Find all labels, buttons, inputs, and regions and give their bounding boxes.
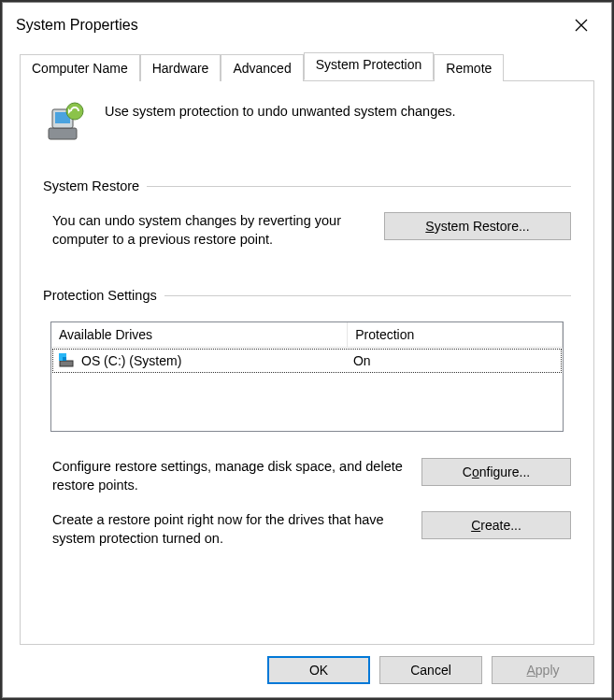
apply-button: Apply — [492, 656, 594, 684]
intro-row: Use system protection to undo unwanted s… — [43, 100, 571, 145]
ok-button[interactable]: OK — [267, 656, 370, 684]
window-title: System Properties — [16, 17, 138, 34]
svg-rect-2 — [49, 128, 77, 139]
divider — [164, 295, 571, 296]
intro-text: Use system protection to undo unwanted s… — [105, 100, 456, 119]
cancel-button[interactable]: Cancel — [379, 656, 482, 684]
tab-hardware[interactable]: Hardware — [140, 54, 221, 81]
drive-protection-status: On — [348, 351, 561, 370]
tabpage-system-protection: Use system protection to undo unwanted s… — [20, 81, 594, 645]
col-protection[interactable]: Protection — [348, 322, 563, 347]
divider — [147, 186, 571, 187]
system-restore-heading: System Restore — [43, 179, 139, 193]
drive-name: OS (C:) (System) — [81, 353, 181, 368]
svg-rect-9 — [63, 357, 66, 361]
create-button[interactable]: Create... — [421, 511, 571, 539]
drive-icon — [59, 353, 78, 368]
titlebar: System Properties — [3, 3, 611, 44]
group-protection-settings: Protection Settings Available Drives Pro… — [43, 288, 571, 548]
listview-header: Available Drives Protection — [51, 322, 563, 348]
close-icon — [575, 19, 588, 32]
system-protection-icon — [43, 100, 88, 145]
content-area: Computer Name Hardware Advanced System P… — [3, 44, 611, 645]
protection-settings-heading: Protection Settings — [43, 288, 157, 303]
svg-rect-7 — [60, 361, 73, 366]
restore-description: You can undo system changes by reverting… — [52, 212, 367, 249]
tab-computer-name[interactable]: Computer Name — [20, 54, 140, 81]
table-row[interactable]: OS (C:) (System) On — [52, 349, 562, 373]
tab-remote[interactable]: Remote — [434, 54, 504, 81]
col-available-drives[interactable]: Available Drives — [51, 322, 348, 347]
drives-listview[interactable]: Available Drives Protection — [50, 321, 564, 432]
group-system-restore: System Restore You can undo system chang… — [43, 179, 571, 249]
tabs: Computer Name Hardware Advanced System P… — [20, 53, 594, 81]
close-button[interactable] — [563, 11, 600, 39]
configure-button[interactable]: Configure... — [421, 458, 571, 486]
create-description: Create a restore point right now for the… — [52, 511, 405, 548]
configure-description: Configure restore settings, manage disk … — [52, 458, 405, 494]
tab-system-protection[interactable]: System Protection — [304, 52, 435, 80]
dialog-footer: OK Cancel Apply — [3, 645, 611, 697]
system-restore-button[interactable]: System Restore... — [384, 212, 571, 240]
tab-advanced[interactable]: Advanced — [221, 54, 303, 81]
system-properties-window: System Properties Computer Name Hardware… — [2, 2, 612, 698]
